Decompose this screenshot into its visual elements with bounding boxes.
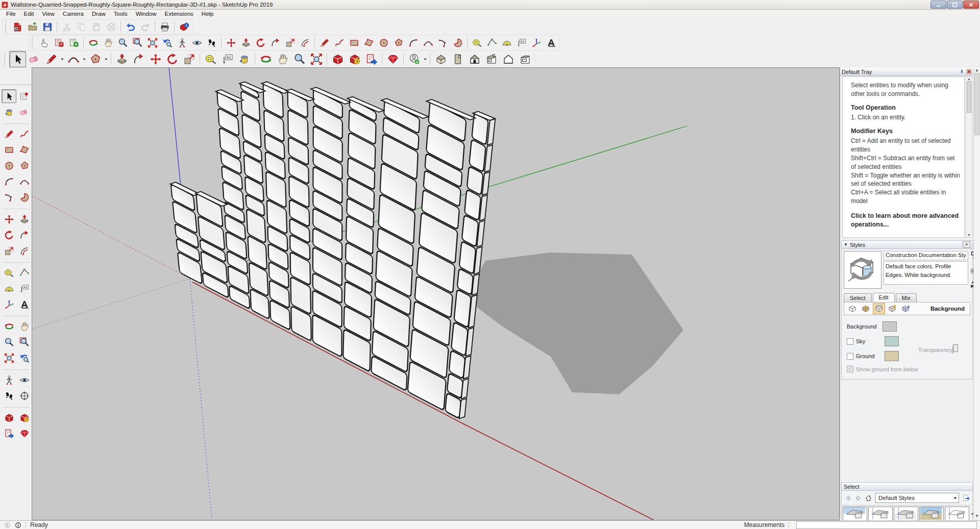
minimize-button[interactable]	[930, 1, 946, 9]
eraser-tool-button[interactable]	[26, 51, 43, 67]
walk-tool-button[interactable]	[2, 389, 16, 402]
toolbar-grab-handle[interactable]	[5, 21, 9, 33]
account-dropdown-arrow[interactable]	[423, 57, 428, 61]
freehand-tool-button[interactable]	[17, 127, 32, 141]
circle-tool-button[interactable]	[2, 159, 16, 172]
select-tool-button[interactable]	[9, 51, 26, 67]
styles-collection-dropdown[interactable]: Default Styles	[875, 493, 959, 503]
line-tool-button[interactable]	[43, 51, 60, 67]
dimension-tool-button[interactable]	[484, 36, 499, 49]
account-tool-button[interactable]	[406, 51, 423, 67]
menu-extensions[interactable]: Extensions	[161, 10, 198, 17]
axes-tool-button[interactable]	[2, 297, 16, 311]
tray-scrollbar[interactable]: ▲▼	[973, 68, 980, 519]
zoom-window-tool-button[interactable]	[17, 335, 32, 349]
text-tool-button[interactable]: A1	[514, 36, 529, 49]
style-thumbnail-3[interactable]	[894, 507, 918, 521]
zoom-extents-tool-button[interactable]	[145, 36, 160, 49]
protractor-tool-button[interactable]	[2, 282, 16, 295]
pan-tool-button[interactable]	[101, 36, 115, 49]
watermark-settings-button[interactable]	[886, 303, 898, 314]
menu-file[interactable]: File	[2, 10, 20, 17]
arc-tool-button[interactable]	[406, 36, 421, 49]
2-point-arc-tool-button[interactable]	[17, 174, 32, 188]
modeling-settings-button[interactable]	[899, 303, 912, 314]
menu-draw[interactable]: Draw	[88, 10, 110, 17]
forward-arrow-icon[interactable]	[853, 493, 863, 502]
text-tool-button[interactable]: A1	[17, 282, 32, 295]
3d-text-tool-button[interactable]	[17, 297, 32, 311]
measurements-input[interactable]	[796, 521, 977, 529]
transparency-slider[interactable]	[952, 346, 953, 354]
interact-tool-button[interactable]	[37, 36, 52, 49]
share-model-tool-button[interactable]	[17, 411, 32, 424]
3-point-arc-tool-button[interactable]	[435, 36, 450, 49]
3-point-arc-tool-button[interactable]	[2, 190, 16, 204]
follow-me-tool-button[interactable]	[130, 51, 147, 67]
tab-mix[interactable]: Mix	[896, 293, 917, 302]
menu-tools[interactable]: Tools	[110, 10, 132, 17]
pan-tool-button[interactable]	[17, 319, 32, 333]
zoom-extents-tool-button[interactable]	[2, 351, 16, 365]
toolbar-grab-handle[interactable]	[4, 52, 8, 65]
2-point-arc-tool-button[interactable]	[421, 36, 435, 49]
look-around-tool-button[interactable]	[17, 373, 32, 387]
rectangle-tool-button[interactable]	[2, 143, 16, 157]
rotated-rectangle-tool-button[interactable]	[361, 36, 376, 49]
component-attributes-tool-button[interactable]	[66, 36, 81, 49]
pie-tool-button[interactable]	[450, 36, 465, 49]
menu-camera[interactable]: Camera	[59, 10, 88, 17]
extension-warehouse-tool-button[interactable]	[17, 426, 32, 440]
make-component-tool-button[interactable]	[17, 89, 32, 103]
tab-edit[interactable]: Edit	[873, 293, 895, 302]
protractor-tool-button[interactable]	[499, 36, 514, 49]
rotate-tool-button[interactable]	[2, 228, 16, 242]
orbit-tool-button[interactable]	[257, 51, 274, 67]
back-arrow-icon[interactable]	[843, 493, 853, 502]
polygon-tool-button[interactable]	[17, 159, 32, 172]
circle-tool-button[interactable]	[376, 36, 391, 49]
push-pull-tool-button[interactable]	[238, 36, 253, 49]
rotate-tool-button[interactable]	[253, 36, 268, 49]
move-tool-button[interactable]	[2, 212, 16, 226]
freehand-tool-button[interactable]	[332, 36, 347, 49]
rotated-rectangle-tool-button[interactable]	[17, 143, 32, 157]
sky-color-swatch[interactable]	[885, 336, 899, 346]
ground-color-swatch[interactable]	[885, 351, 899, 361]
zoom-previous-tool-button[interactable]	[160, 36, 175, 49]
rectangle-tool-button[interactable]	[347, 36, 361, 49]
style-thumbnail-5[interactable]	[945, 507, 969, 521]
zoom-previous-tool-button[interactable]	[17, 351, 32, 365]
line-dropdown-arrow[interactable]	[60, 57, 65, 61]
view-back-tool-button[interactable]	[500, 51, 517, 67]
style-thumbnail-1[interactable]	[843, 507, 867, 521]
shapes-tool-button[interactable]	[87, 51, 104, 67]
menu-help[interactable]: Help	[198, 10, 218, 17]
instructor-learn-more-link[interactable]: Click to learn about more advanced opera…	[851, 212, 961, 230]
show-ground-checkbox[interactable]: ✓	[847, 366, 853, 372]
scale-tool-button[interactable]	[2, 244, 16, 258]
print-tool-button[interactable]	[157, 20, 172, 34]
sky-checkbox[interactable]	[847, 338, 853, 345]
styles-panel-header[interactable]: ▼ Styles ✕	[841, 240, 973, 249]
shapes-dropdown-arrow[interactable]	[104, 57, 109, 61]
view-top-tool-button[interactable]	[449, 51, 466, 67]
zoom-extents-tool-button[interactable]	[308, 51, 325, 67]
view-left-tool-button[interactable]	[517, 51, 533, 67]
details-icon[interactable]	[961, 493, 971, 502]
instructor-scrollbar[interactable]: ▲▼	[966, 77, 972, 238]
pie-tool-button[interactable]	[17, 190, 32, 204]
view-iso-tool-button[interactable]	[432, 51, 449, 67]
3d-warehouse-tool-button[interactable]	[329, 51, 346, 67]
scale-tool-button[interactable]	[283, 36, 298, 49]
tab-select[interactable]: Select	[844, 293, 872, 302]
share-component-tool-button[interactable]	[2, 426, 16, 440]
tray-close-icon[interactable]	[966, 69, 972, 74]
cut-tool-button[interactable]	[59, 20, 74, 34]
view-front-tool-button[interactable]	[466, 51, 483, 67]
tape-measure-tool-button[interactable]	[470, 36, 484, 49]
menu-window[interactable]: Window	[132, 10, 161, 17]
view-right-tool-button[interactable]	[483, 51, 500, 67]
open-tool-button[interactable]	[25, 20, 40, 34]
background-settings-button[interactable]	[873, 303, 885, 314]
